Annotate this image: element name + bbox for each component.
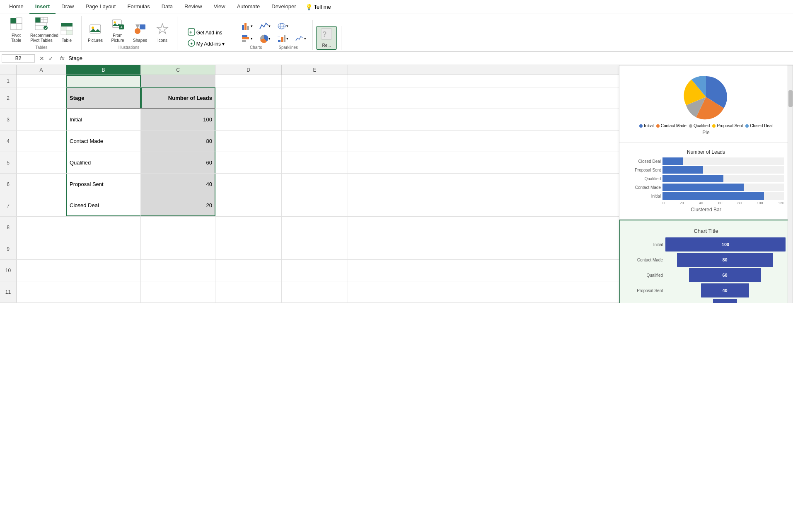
cell-d5[interactable] xyxy=(215,152,282,173)
pivot-table-button[interactable]: PivotTable xyxy=(6,16,27,44)
cell-a11[interactable] xyxy=(17,281,66,302)
cell-d7[interactable] xyxy=(215,195,282,216)
cell-a5[interactable] xyxy=(17,152,66,173)
cell-c3[interactable]: 100 xyxy=(141,109,215,130)
cell-e4[interactable] xyxy=(282,131,348,152)
cell-e7[interactable] xyxy=(282,195,348,216)
cell-c10[interactable] xyxy=(141,260,215,281)
pie-chart-section[interactable]: Initial Contact Made Qualified Proposal … xyxy=(619,65,793,143)
get-addins-button[interactable]: + Get Add-ins xyxy=(186,27,224,38)
cell-a9[interactable] xyxy=(17,238,66,259)
table-button[interactable]: Table xyxy=(56,22,77,44)
col-header-e[interactable]: E xyxy=(282,65,348,75)
cell-a1[interactable] xyxy=(17,75,66,87)
cell-b10[interactable] xyxy=(66,260,141,281)
cell-a3[interactable] xyxy=(17,109,66,130)
col-header-b[interactable]: B xyxy=(66,65,141,75)
cell-a4[interactable] xyxy=(17,131,66,152)
cell-b4[interactable]: Contact Made xyxy=(66,131,141,152)
cell-b3[interactable]: Initial xyxy=(66,109,141,130)
tab-review[interactable]: Review xyxy=(179,0,208,14)
map-chart-button[interactable]: ▾ xyxy=(275,20,290,32)
cell-e1[interactable] xyxy=(282,75,348,87)
cell-c2[interactable]: Number of Leads xyxy=(141,87,215,109)
cell-b9[interactable] xyxy=(66,238,141,259)
col-header-c[interactable]: C xyxy=(141,65,215,75)
from-picture-button[interactable]: + FromPicture xyxy=(107,17,128,44)
cell-b7[interactable]: Closed Deal xyxy=(66,195,141,216)
cell-c4[interactable]: 80 xyxy=(141,131,215,152)
col-header-d[interactable]: D xyxy=(215,65,282,75)
cell-e5[interactable] xyxy=(282,152,348,173)
cell-a2[interactable] xyxy=(17,87,66,109)
c5-value: 60 xyxy=(206,160,212,166)
tab-data[interactable]: Data xyxy=(156,0,179,14)
more-charts-button[interactable]: ··· ▾ xyxy=(275,33,290,44)
bar-chart-button[interactable]: ▾ xyxy=(239,33,255,44)
cell-b11[interactable] xyxy=(66,281,141,302)
cell-c5[interactable]: 60 xyxy=(141,152,215,173)
tell-me[interactable]: 💡 Tell me xyxy=(305,0,331,14)
cell-b2[interactable]: Stage xyxy=(66,87,141,109)
cell-e11[interactable] xyxy=(282,281,348,302)
tab-automate[interactable]: Automate xyxy=(231,0,266,14)
cell-e2[interactable] xyxy=(282,87,348,109)
tab-home[interactable]: Home xyxy=(3,0,29,14)
col-header-a[interactable]: A xyxy=(17,65,66,75)
cell-c7[interactable]: 20 xyxy=(141,195,215,216)
line-chart-button[interactable]: ▾ xyxy=(257,20,273,32)
cell-a6[interactable] xyxy=(17,174,66,195)
tab-formulas[interactable]: Formulas xyxy=(121,0,155,14)
tab-page-layout[interactable]: Page Layout xyxy=(80,0,121,14)
cancel-button[interactable]: ✕ xyxy=(38,55,46,62)
cell-a7[interactable] xyxy=(17,195,66,216)
tab-draw[interactable]: Draw xyxy=(56,0,80,14)
cell-d3[interactable] xyxy=(215,109,282,130)
recommended-charts-button[interactable]: ? Re... xyxy=(316,26,337,50)
cell-d8[interactable] xyxy=(215,217,282,238)
scroll-thumb[interactable] xyxy=(788,90,793,107)
cell-c1[interactable] xyxy=(141,75,215,87)
charts-col2: ▾ ▾ xyxy=(257,20,273,44)
cell-c11[interactable] xyxy=(141,281,215,302)
cell-d11[interactable] xyxy=(215,281,282,302)
funnel-chart-section[interactable]: Chart Title Initial 100 Contact Made xyxy=(619,220,793,303)
cell-d4[interactable] xyxy=(215,131,282,152)
cell-d1[interactable] xyxy=(215,75,282,87)
cell-reference[interactable]: B2 xyxy=(2,54,35,63)
cell-d9[interactable] xyxy=(215,238,282,259)
cell-a10[interactable] xyxy=(17,260,66,281)
icons-label: Icons xyxy=(157,38,167,43)
tab-view[interactable]: View xyxy=(208,0,231,14)
cell-c6[interactable]: 40 xyxy=(141,174,215,195)
pie-chart-button[interactable]: ▾ xyxy=(257,33,273,44)
confirm-button[interactable]: ✓ xyxy=(47,55,55,62)
tab-insert[interactable]: Insert xyxy=(29,0,56,14)
cell-d6[interactable] xyxy=(215,174,282,195)
cell-a8[interactable] xyxy=(17,217,66,238)
cell-e9[interactable] xyxy=(282,238,348,259)
bar-chart-section[interactable]: Number of Leads Closed Deal Proposal Sen… xyxy=(619,143,793,220)
cell-b8[interactable] xyxy=(66,217,141,238)
cell-b6[interactable]: Proposal Sent xyxy=(66,174,141,195)
recommended-pivot-button[interactable]: ✓ RecommendedPivot Tables xyxy=(28,16,55,44)
cell-d2[interactable] xyxy=(215,87,282,109)
column-chart-button[interactable]: ▾ xyxy=(239,20,255,32)
cell-e6[interactable] xyxy=(282,174,348,195)
my-addins-button[interactable]: ✦ My Add-ins ▾ xyxy=(186,39,227,49)
cell-b1[interactable] xyxy=(66,75,141,87)
shapes-button[interactable]: Shapes xyxy=(130,22,150,44)
cell-c9[interactable] xyxy=(141,238,215,259)
pictures-button[interactable]: Pictures xyxy=(85,22,106,44)
cell-e8[interactable] xyxy=(282,217,348,238)
tab-developer[interactable]: Developer xyxy=(266,0,302,14)
cell-e10[interactable] xyxy=(282,260,348,281)
scrollbar[interactable] xyxy=(788,65,793,303)
icons-button[interactable]: Icons xyxy=(152,22,173,44)
cell-e3[interactable] xyxy=(282,109,348,130)
cell-c8[interactable] xyxy=(141,217,215,238)
cell-b5[interactable]: Qualified xyxy=(66,152,141,173)
formula-input[interactable] xyxy=(67,54,791,62)
cell-d10[interactable] xyxy=(215,260,282,281)
sparklines-button[interactable]: ▾ xyxy=(293,33,308,44)
